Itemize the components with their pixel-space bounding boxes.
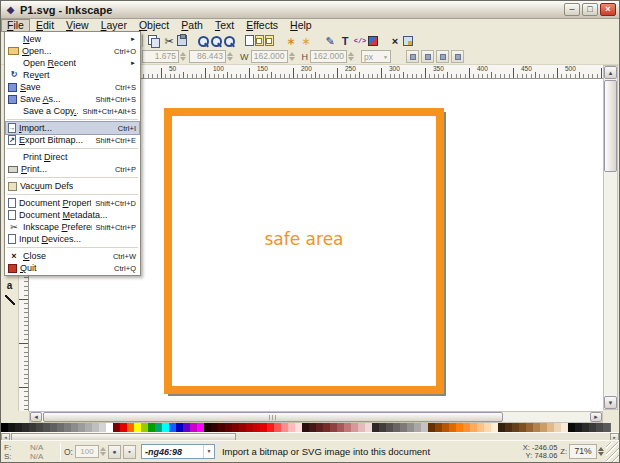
palette-swatch[interactable] [225, 423, 232, 432]
opacity-field[interactable]: 100 [75, 445, 99, 458]
cut-icon[interactable]: ✂ [162, 34, 176, 48]
unlink-clone-icon[interactable] [265, 35, 274, 46]
menu-item-quit[interactable]: QuitCtrl+Q [6, 262, 139, 274]
palette-swatch[interactable] [477, 423, 484, 432]
palette-swatch[interactable] [470, 423, 477, 432]
text-dialog-icon[interactable]: T [338, 34, 352, 48]
palette-swatch[interactable] [505, 423, 512, 432]
palette-swatch[interactable] [36, 423, 43, 432]
scroll-up-icon[interactable]: ▲ [604, 66, 617, 79]
scroll-right-icon[interactable]: ► [590, 412, 602, 422]
zoom-selection-icon[interactable] [210, 35, 222, 47]
palette-swatch[interactable] [316, 423, 323, 432]
palette-swatch[interactable] [232, 423, 239, 432]
y-field-value[interactable]: 86.443 [189, 50, 226, 63]
horizontal-scroll-thumb[interactable] [43, 412, 503, 422]
palette-swatch[interactable] [8, 423, 15, 432]
about-icon[interactable] [403, 36, 413, 46]
horizontal-scrollbar[interactable]: ◄ ► [29, 411, 603, 423]
menu-item-document-metadata[interactable]: Document Metadata... [6, 209, 139, 221]
palette-swatch[interactable] [512, 423, 519, 432]
palette-swatch[interactable] [134, 423, 141, 432]
width-field-value[interactable]: 162.000 [251, 50, 288, 63]
layer-select[interactable]: -ng46:98 ▼ [141, 444, 215, 459]
height-field-value[interactable]: 162.000 [310, 50, 347, 63]
palette-swatch[interactable] [414, 423, 421, 432]
palette-swatch[interactable] [498, 423, 505, 432]
palette-swatch[interactable] [309, 423, 316, 432]
palette-swatch[interactable] [260, 423, 267, 432]
palette-swatch[interactable] [71, 423, 78, 432]
x-field-spinner[interactable] [180, 52, 186, 61]
menu-path[interactable]: Path [175, 19, 209, 32]
palette-swatch[interactable] [197, 423, 204, 432]
affect-button-1[interactable] [406, 50, 419, 63]
ungroup-icon[interactable]: ∗ [299, 34, 313, 48]
palette-swatch[interactable] [449, 423, 456, 432]
palette-swatch[interactable] [554, 423, 561, 432]
palette-swatch[interactable] [337, 423, 344, 432]
palette-swatch[interactable] [246, 423, 253, 432]
palette-swatch[interactable] [575, 423, 582, 432]
palette-swatch[interactable] [281, 423, 288, 432]
affect-button-2[interactable] [421, 50, 434, 63]
palette-swatch[interactable] [407, 423, 414, 432]
palette-swatch[interactable] [400, 423, 407, 432]
palette-swatch[interactable] [421, 423, 428, 432]
menu-item-save-a-copy[interactable]: Save a Copy...Shift+Ctrl+Alt+S [6, 105, 139, 117]
y-field[interactable]: 86.443 [189, 50, 233, 63]
paste-icon[interactable] [177, 35, 187, 46]
palette-swatch[interactable] [379, 423, 386, 432]
palette-swatch[interactable] [288, 423, 295, 432]
group-icon[interactable]: ∗ [284, 34, 298, 48]
menu-item-close[interactable]: ×CloseCtrl+W [6, 250, 139, 262]
palette-swatch[interactable] [113, 423, 120, 432]
palette-swatch[interactable] [211, 423, 218, 432]
menu-item-new[interactable]: New► [6, 33, 139, 45]
zoom-value[interactable]: 71% [569, 444, 597, 459]
clone-icon[interactable] [255, 35, 264, 46]
palette-swatch[interactable] [92, 423, 99, 432]
zoom-spinner[interactable] [598, 447, 604, 456]
palette-swatch[interactable] [330, 423, 337, 432]
menu-item-import[interactable]: →Import...Ctrl+I [6, 122, 139, 134]
palette-swatch[interactable] [43, 423, 50, 432]
palette-swatch[interactable] [582, 423, 589, 432]
zoom-drawing-icon[interactable] [197, 35, 209, 47]
palette-swatch[interactable] [99, 423, 106, 432]
palette-swatch[interactable] [253, 423, 260, 432]
vertical-scroll-thumb[interactable] [604, 80, 617, 172]
fill-stroke-icon[interactable] [368, 36, 378, 46]
palette-swatch[interactable] [295, 423, 302, 432]
menu-item-inkscape-preferences[interactable]: ✂Inkscape Preferences...Shift+Ctrl+P [6, 221, 139, 233]
affect-button-4[interactable] [451, 50, 464, 63]
palette-swatch[interactable] [596, 423, 603, 432]
maximize-button[interactable]: □ [582, 3, 598, 16]
palette-swatch[interactable] [127, 423, 134, 432]
palette-swatch[interactable] [358, 423, 365, 432]
menu-item-open-recent[interactable]: Open Recent► [6, 57, 139, 69]
y-field-spinner[interactable] [227, 52, 233, 61]
palette-swatch[interactable] [540, 423, 547, 432]
scroll-left-icon[interactable]: ◄ [30, 412, 42, 422]
close-button[interactable]: × [600, 3, 616, 16]
palette-swatch[interactable] [442, 423, 449, 432]
palette-swatch[interactable] [169, 423, 176, 432]
height-field[interactable]: H162.000 [298, 50, 355, 63]
palette-swatch[interactable] [435, 423, 442, 432]
palette-swatch[interactable] [29, 423, 36, 432]
palette-swatch[interactable] [589, 423, 596, 432]
palette-swatch[interactable] [50, 423, 57, 432]
palette-swatch[interactable] [64, 423, 71, 432]
menu-item-open[interactable]: Open...Ctrl+O [6, 45, 139, 57]
resize-grip[interactable] [606, 442, 619, 462]
scroll-down-icon[interactable]: ▼ [604, 396, 617, 409]
affect-button-3[interactable] [436, 50, 449, 63]
palette-swatch[interactable] [190, 423, 197, 432]
palette-swatch[interactable] [15, 423, 22, 432]
preferences-icon[interactable]: × [388, 34, 402, 48]
pen-icon[interactable]: ✎ [323, 34, 337, 48]
palette-swatch[interactable] [344, 423, 351, 432]
palette-swatch[interactable] [428, 423, 435, 432]
menu-item-save-as[interactable]: Save As...Shift+Ctrl+S [6, 93, 139, 105]
